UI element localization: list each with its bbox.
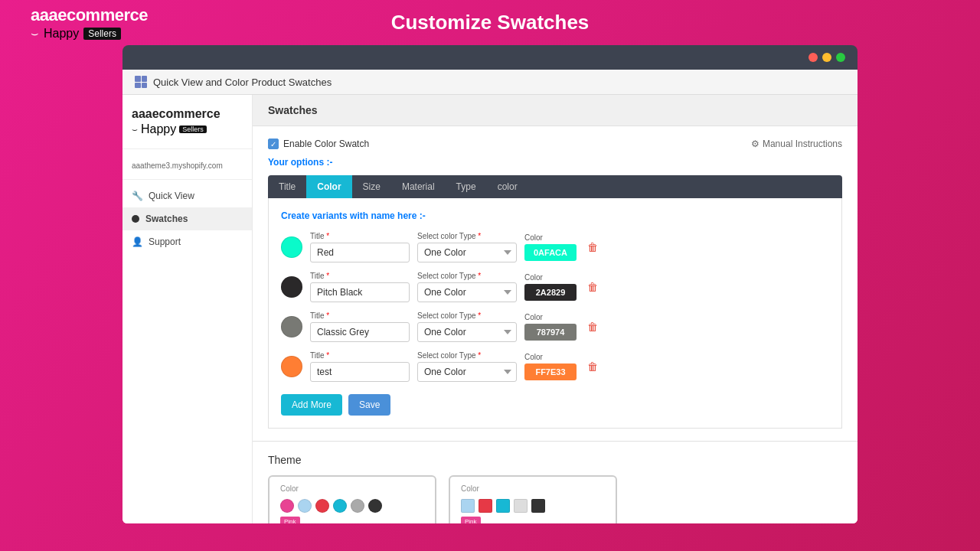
color-badge-3[interactable]: 787974 xyxy=(524,324,577,341)
tab-color2[interactable]: color xyxy=(487,175,528,198)
logo-sub: ⌣ Happy Sellers xyxy=(31,27,148,41)
theme-swatch-square[interactable] xyxy=(496,499,510,513)
logo-badge: Sellers xyxy=(83,28,121,40)
color-type-field-group-4: Select color Type * One Color Two Color … xyxy=(417,351,517,382)
dot-icon xyxy=(132,215,139,223)
theme-card-label-1: Color xyxy=(280,484,424,493)
theme-swatch-square[interactable] xyxy=(479,499,492,513)
title-input-1[interactable] xyxy=(310,243,410,262)
tab-color[interactable]: Color xyxy=(306,175,351,198)
browser-dots xyxy=(808,53,845,62)
delete-button-3[interactable]: 🗑 xyxy=(584,318,601,336)
theme-swatch-square[interactable] xyxy=(461,499,475,513)
title-input-2[interactable] xyxy=(310,282,410,302)
color-type-select-1[interactable]: One Color Two Color Image xyxy=(417,243,517,262)
table-row: Title * Select color Type * One Color Tw… xyxy=(281,351,829,382)
tab-title[interactable]: Title xyxy=(268,175,306,198)
color-code-field-group-4: Color FF7E33 xyxy=(524,353,577,380)
color-type-select-2[interactable]: One Color Two Color Image xyxy=(417,282,517,302)
swatch-circle-4[interactable] xyxy=(281,356,302,377)
sidebar-label-quickview: Quick View xyxy=(149,191,194,201)
top-bar: aaaecommerce ⌣ Happy Sellers Customize S… xyxy=(0,0,980,45)
dot-yellow[interactable] xyxy=(822,53,831,62)
table-row: Title * Select color Type * One Color Tw… xyxy=(281,311,829,342)
enable-checkbox[interactable]: ✓ xyxy=(268,139,279,149)
app-title-bar: Quick View and Color Product Swatches xyxy=(122,70,858,95)
theme-swatch-circle[interactable] xyxy=(333,499,347,513)
sidebar-item-support[interactable]: 👤 Support xyxy=(122,230,252,253)
sidebar-happy-text: Happy xyxy=(141,122,176,136)
color-badge-2[interactable]: 2A2829 xyxy=(524,284,577,301)
title-field-label-2: Title * xyxy=(310,272,410,280)
color-code-field-group-1: Color 0AFACA xyxy=(524,233,577,261)
title-field-group-4: Title * xyxy=(310,351,410,382)
sidebar-logo-happy: ⌣ Happy Sellers xyxy=(132,122,243,136)
logo-happy-text: Happy xyxy=(44,27,79,41)
title-input-3[interactable] xyxy=(310,322,410,342)
app-title-text: Quick View and Color Product Swatches xyxy=(153,77,332,88)
user-icon: 👤 xyxy=(132,236,142,247)
color-type-field-group-3: Select color Type * One Color Two Color … xyxy=(417,311,517,342)
icon-cell xyxy=(142,83,148,89)
color-type-label-3: Select color Type * xyxy=(417,311,517,320)
tab-color2-label: color xyxy=(498,181,518,192)
tab-material[interactable]: Material xyxy=(391,175,446,198)
theme-swatch-circle[interactable] xyxy=(351,499,364,513)
swatch-circle-1[interactable] xyxy=(281,236,302,258)
table-row: Title * Select color Type * One Color Tw… xyxy=(281,232,829,262)
color-type-select-3[interactable]: One Color Two Color Image xyxy=(417,322,517,342)
icon-cell xyxy=(135,76,141,82)
color-type-select-4[interactable]: One Color Two Color Image xyxy=(417,362,517,382)
tab-type[interactable]: Type xyxy=(446,175,487,198)
theme-swatches-1 xyxy=(280,499,424,513)
title-field-label-1: Title * xyxy=(310,232,410,240)
logo-smile-icon: ⌣ xyxy=(31,27,39,41)
app-title-icon xyxy=(135,76,147,88)
sidebar-item-swatches[interactable]: Swatches xyxy=(122,207,252,230)
sidebar-item-quickview[interactable]: 🔧 Quick View xyxy=(122,184,252,207)
tab-size[interactable]: Size xyxy=(352,175,391,198)
title-field-group-3: Title * xyxy=(310,311,410,342)
title-input-4[interactable] xyxy=(310,362,410,382)
swatch-circle-2[interactable] xyxy=(281,276,302,298)
theme-swatch-circle[interactable] xyxy=(280,499,294,513)
theme-card-1[interactable]: Color Pink xyxy=(268,475,436,523)
sidebar-logo-main: aaaecommerce xyxy=(132,107,243,121)
color-code-label-2: Color xyxy=(524,273,577,282)
delete-button-2[interactable]: 🗑 xyxy=(584,278,601,296)
save-button[interactable]: Save xyxy=(348,394,390,416)
sidebar-label-swatches: Swatches xyxy=(145,214,188,224)
action-buttons: Add More Save xyxy=(281,394,829,416)
color-code-label-4: Color xyxy=(524,353,577,361)
add-more-button[interactable]: Add More xyxy=(281,394,342,416)
color-code-label-1: Color xyxy=(524,233,577,242)
icon-cell xyxy=(142,76,148,82)
sidebar-smile-icon: ⌣ xyxy=(132,124,138,135)
tab-title-label: Title xyxy=(279,181,296,192)
color-badge-1[interactable]: 0AFACA xyxy=(524,244,577,261)
theme-active-label-2: Pink xyxy=(461,517,481,523)
color-code-field-group-2: Color 2A2829 xyxy=(524,273,577,301)
delete-button-1[interactable]: 🗑 xyxy=(584,238,601,256)
theme-swatch-square[interactable] xyxy=(531,499,545,513)
tab-color-label: Color xyxy=(317,181,341,192)
theme-swatch-square[interactable] xyxy=(514,499,528,513)
tabs-bar: Title Color Size Material Type xyxy=(268,175,842,198)
manual-instructions-text: Manual Instructions xyxy=(763,139,842,149)
theme-swatch-circle[interactable] xyxy=(298,499,312,513)
theme-swatch-circle[interactable] xyxy=(368,499,382,513)
theme-swatch-circle[interactable] xyxy=(315,499,329,513)
tab-type-label: Type xyxy=(456,181,476,192)
theme-section: Theme Color xyxy=(253,441,858,523)
manual-instructions-link[interactable]: ⚙ Manual Instructions xyxy=(751,139,842,149)
content-area: Swatches ✓ Enable Color Swatch ⚙ Manual … xyxy=(253,95,858,523)
theme-card-label-2: Color xyxy=(461,484,605,493)
theme-card-2[interactable]: Color Pink xyxy=(449,475,617,523)
dot-green[interactable] xyxy=(836,53,845,62)
brand-logo: aaaecommerce ⌣ Happy Sellers xyxy=(31,5,148,41)
color-badge-4[interactable]: FF7E33 xyxy=(524,364,577,380)
delete-button-4[interactable]: 🗑 xyxy=(584,357,601,376)
swatch-circle-3[interactable] xyxy=(281,316,302,337)
create-variants-label: Create variants with name here :- xyxy=(281,210,829,221)
dot-red[interactable] xyxy=(808,53,818,62)
